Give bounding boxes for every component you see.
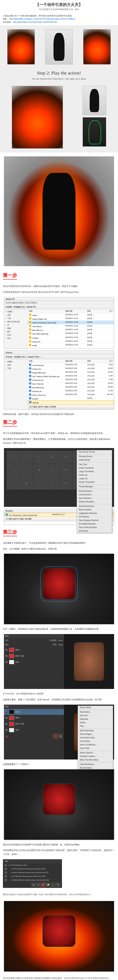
fill-value[interactable]: 100% [58,644,63,646]
file-row[interactable]: After Effect 蓝色火焰2013/4/12 14:33文件夹 [28,332,114,336]
fb1-col-name[interactable]: 名称 [29,310,65,312]
new-set-button[interactable]: 📁 [46,883,50,887]
dropdown-item[interactable]: Playback Options... [78,755,113,758]
brush-preset[interactable]: ● [7,477,19,490]
dropdown-item[interactable]: Start Recording [78,729,113,732]
dropdown-item[interactable]: Faux Finish Brushes [77,526,112,529]
dropdown-item[interactable]: Insert Conditional... [78,743,113,746]
layer-name[interactable]: 图层 1 [15,649,21,651]
layer-row[interactable]: 背景 [4,659,64,665]
file-row[interactable]: Stars Trails.atn2012/3/12 3:30ATN 文件30 K… [28,382,114,385]
layer-row[interactable]: 图层 0 副本 [4,653,64,659]
file-row[interactable]: cinema 4d2015/6/11 13:41文件夹 [28,340,114,344]
action-checkbox[interactable] [5,875,7,878]
action-row[interactable]: ▸ DOWN direction (brush area must be BEL… [3,878,62,882]
layers-tab-2[interactable]: 图层 [5,705,9,708]
dropdown-item[interactable]: Small List [77,473,112,477]
brush-preset[interactable]: ✱ [59,477,72,490]
layer-row[interactable]: 图层 1 [4,715,64,721]
fb2-col-size[interactable]: 大小 [102,360,113,363]
brush-preset[interactable]: ◉ [46,451,59,463]
fb1-menu[interactable]: 文件(F) 编辑(E) 查看(V) 工具(T) 帮助(H) [4,301,114,305]
fb1-col-type[interactable]: 类型 [87,310,102,312]
dropdown-item[interactable]: Small Thumbnail [77,466,112,470]
brush-preset[interactable]: ● [46,464,59,477]
layer-name[interactable]: 图层 1 [15,717,21,719]
delete-action-button[interactable]: 🗑 [56,883,60,887]
fb2-sidebar-fav[interactable]: 收藏夹 [5,360,27,363]
file-row[interactable]: Adobe2013/4/12 14:33文件夹 [28,313,114,317]
dropdown-item[interactable]: Replace Brushes... [77,500,112,504]
dropdown-item[interactable]: Action Options... [78,751,113,755]
action-row[interactable]: ▸ RIGHT direction (brush area must be RI… [3,871,62,875]
new-action-button[interactable]: ▫ [51,883,55,887]
action-checkbox[interactable] [5,879,7,881]
delete-layer-button[interactable]: 🗑 [58,734,63,738]
dropdown-item[interactable]: Preset Manager... [77,485,112,488]
fb2-col-type[interactable]: 类型 [87,360,102,363]
sidebar-videos[interactable]: 视频 [5,327,27,330]
new-layer-button[interactable]: ▫ [53,734,58,738]
layers-tab[interactable]: 图层 [5,635,9,637]
dropdown-item[interactable]: Delete Brush [77,458,112,462]
dropdown-item[interactable]: Reset Brushes... [77,489,112,493]
dropdown-item[interactable]: Insert Path [78,746,113,750]
layer-row[interactable]: 背景 [4,727,64,733]
link1-url[interactable]: http://www.68ps.com/jc/ps_tx.asp?id=1757… [10,18,75,20]
dropdown-item[interactable]: Save Brushes... [77,496,112,500]
dropdown-item[interactable]: M Brushes [77,529,112,533]
sidebar-desktop[interactable]: 桌面 [5,313,27,317]
brush-preset[interactable]: ● [7,451,19,463]
dropdown-item[interactable]: Duplicate [78,718,113,721]
dropdown-item[interactable]: Play [78,724,113,728]
visibility-icon[interactable] [5,729,8,732]
dropdown-item[interactable]: Button Mode [78,706,113,710]
layer-name[interactable]: 背景 [15,729,19,731]
layer-name[interactable]: 图层 0 副本 [15,723,24,725]
fb2-col-date[interactable]: 修改日期 [65,360,87,363]
brush-preset[interactable]: ● [7,464,19,477]
action-row[interactable]: ▸ UP direction (brush area must be on TO… [3,875,62,878]
actions-tab[interactable]: 动作 [5,860,8,862]
visibility-icon[interactable] [5,723,8,725]
sidebar-downloads[interactable]: 下载 [5,317,27,320]
dropdown-item[interactable]: Large List [77,477,112,480]
file-row[interactable]: Frames.atn2012/3/12 3:30ATN 文件33 KB [28,367,114,371]
brush-preset[interactable]: ✦ [20,464,32,477]
fb1-col-date[interactable]: 修改日期 [65,310,87,312]
layer-row[interactable]: 图层 0 副本 [4,721,64,727]
dropdown-item[interactable]: Stroke Thumbnail [77,480,112,484]
dropdown-item[interactable]: Drop Shadow Brushes [77,519,112,522]
brush-preset[interactable]: ✦ [33,451,46,463]
blend-mode[interactable]: 正常 [5,639,9,642]
file-row[interactable]: Production.atn2012/3/12 3:30ATN 文件4 KB [28,378,114,382]
sidebar-libs[interactable]: 库 [5,323,27,327]
fb2-path[interactable]: Presets › 本地路径 (D:) › Support Files › ..… [4,355,114,359]
dropdown-item[interactable]: Text Only [77,463,112,466]
dropdown-item[interactable]: Calligraphic Brushes [77,512,112,515]
dropdown-item[interactable]: New Set... [78,714,113,718]
fb2-col-name[interactable]: 名称 [29,360,65,363]
record-button[interactable]: ● [36,883,40,887]
fb2-sidebar-desk[interactable]: 桌面 [5,363,27,367]
opacity-value[interactable]: 100% [58,640,63,641]
stop-button[interactable]: ■ [31,883,36,887]
file-row[interactable]: Video Actions.atn2012/3/12 3:30ATN 文件467… [28,393,114,397]
layer-name[interactable]: brush [15,711,20,713]
play-button[interactable]: ▶ [41,883,45,887]
sidebar-favorites[interactable]: 收藏夹 [5,310,27,313]
file-row[interactable]: nanak2015/3/12 14:33文件夹 [28,344,114,347]
dropdown-item[interactable]: Load Brushes... [77,493,112,496]
layer-name[interactable]: 图层 0 副本 [15,655,24,657]
file-row[interactable]: Audition2015/3/12 14:42文件夹 [28,336,114,340]
visibility-icon[interactable] [5,649,8,651]
layer-row[interactable]: brush [4,709,64,715]
file-row[interactable]: Sample文件夹 [28,397,114,401]
file-row[interactable]: Adobe Photoshop CS6 (64 Bit)2015/6/11 13… [28,321,114,325]
brush-preset[interactable]: ● [46,477,59,490]
file-row[interactable]: Textures.atn2012/3/12 3:30ATN 文件71 KB [28,389,114,393]
action-checkbox[interactable] [5,864,7,866]
layer-name[interactable]: 背景 [15,661,19,663]
sidebar-pics[interactable]: 图片 [5,330,27,333]
brush-preset[interactable]: ✱ [59,464,72,477]
